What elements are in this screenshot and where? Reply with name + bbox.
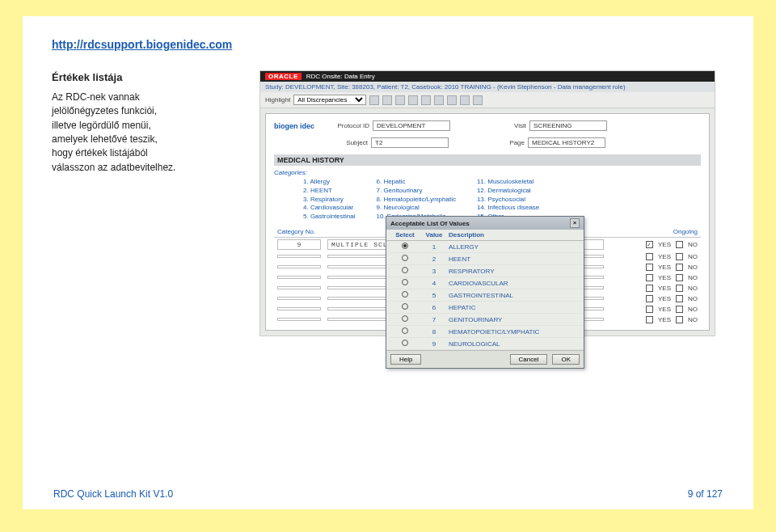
category-item: 13. Psychosocial	[477, 196, 539, 205]
select-radio[interactable]	[402, 267, 408, 273]
category-no-input[interactable]	[277, 255, 321, 258]
lov-description: HEPATIC	[449, 304, 580, 311]
side-line: jelölőnégyzetes funkciói,	[52, 104, 242, 118]
ongoing-no-checkbox[interactable]	[676, 241, 683, 248]
toolbar-icon[interactable]	[382, 95, 392, 105]
select-radio[interactable]	[402, 340, 408, 346]
category-no-input[interactable]: 9	[277, 239, 321, 250]
toolbar-icon[interactable]	[460, 95, 470, 105]
yes-label: YES	[658, 295, 671, 302]
oracle-logo: ORACLE	[265, 73, 302, 80]
no-label: NO	[688, 241, 698, 248]
toolbar-icon[interactable]	[434, 95, 444, 105]
category-no-input[interactable]	[277, 307, 321, 310]
cancel-button[interactable]: Cancel	[510, 354, 548, 365]
toolbar-row: Highlight All Discrepancies	[260, 92, 715, 108]
ongoing-yes-checkbox[interactable]	[646, 295, 653, 302]
lov-description: CARDIOVASCULAR	[449, 280, 580, 287]
category-item: 6. Hepatic	[376, 178, 455, 187]
ongoing-yes-checkbox[interactable]	[646, 264, 653, 271]
close-icon[interactable]: ×	[570, 218, 580, 228]
toolbar-icon[interactable]	[473, 95, 483, 105]
protocol-id-label: Protocol ID	[326, 122, 369, 129]
category-no-input[interactable]	[277, 276, 321, 279]
lov-value: 3	[423, 268, 445, 275]
lov-row[interactable]: 9NEUROLOGICAL	[386, 338, 584, 350]
toolbar-icon[interactable]	[447, 95, 457, 105]
category-no-input[interactable]	[277, 318, 321, 321]
category-no-input[interactable]	[277, 286, 321, 289]
subject-label: Subject	[324, 139, 368, 146]
select-radio[interactable]	[402, 291, 408, 298]
ongoing-yes-checkbox[interactable]	[646, 253, 653, 260]
select-radio[interactable]	[402, 315, 408, 322]
ongoing-no-checkbox[interactable]	[676, 295, 683, 302]
ongoing-yes-checkbox[interactable]	[646, 316, 653, 323]
category-item: 14. Infectious disease	[477, 204, 539, 213]
side-title: Értékek listája	[52, 70, 242, 86]
ongoing-no-checkbox[interactable]	[676, 306, 683, 313]
help-button[interactable]: Help	[390, 354, 421, 365]
lov-description: RESPIRATORY	[449, 268, 580, 275]
category-item: 8. Hematopoietic/Lymphatic	[376, 196, 455, 205]
footer-page-number: 9 of 127	[688, 488, 723, 500]
col-select: Select	[390, 231, 420, 239]
lov-value: 1	[423, 243, 445, 251]
ongoing-no-checkbox[interactable]	[676, 316, 683, 323]
category-no-input[interactable]	[277, 297, 321, 300]
highlight-label: Highlight	[265, 96, 290, 103]
lov-row[interactable]: 1ALLERGY	[386, 241, 584, 253]
lov-row[interactable]: 7GENITOURINARY	[386, 314, 584, 326]
header-url-link[interactable]: http://rdcsupport.biogenidec.com	[52, 38, 232, 51]
lov-row[interactable]: 3RESPIRATORY	[386, 265, 584, 277]
lov-row[interactable]: 5GASTROINTESTINAL	[386, 289, 584, 302]
category-item: 11. Musculoskeletal	[477, 178, 539, 187]
lov-description: ALLERGY	[449, 243, 580, 251]
ongoing-yes-checkbox[interactable]	[646, 285, 653, 292]
category-item: 12. Dermatological	[477, 187, 539, 196]
toolbar-icon[interactable]	[408, 95, 418, 105]
select-radio[interactable]	[402, 303, 408, 310]
yes-label: YES	[658, 264, 671, 271]
ongoing-yes-checkbox[interactable]	[646, 274, 653, 281]
category-no-input[interactable]	[277, 265, 321, 268]
category-item: 9. Neurological	[376, 204, 455, 213]
ongoing-no-checkbox[interactable]	[676, 264, 683, 271]
lov-row[interactable]: 8HEMATOPOIETIC/LYMPHATIC	[386, 326, 584, 338]
toolbar-icon[interactable]	[421, 95, 431, 105]
select-radio[interactable]	[402, 327, 408, 334]
visit-label: Visit	[483, 122, 526, 129]
lov-description: GENITOURINARY	[449, 316, 580, 323]
lov-row[interactable]: 2HEENT	[386, 253, 584, 265]
toolbar-icon[interactable]	[395, 95, 405, 105]
lov-description: HEMATOPOIETIC/LYMPHATIC	[449, 328, 580, 336]
no-label: NO	[688, 264, 698, 271]
dialog-header-row: Select Value Description	[386, 230, 584, 241]
ongoing-no-checkbox[interactable]	[676, 285, 683, 292]
select-radio[interactable]	[402, 279, 408, 285]
col-category-no: Category No.	[277, 228, 329, 235]
lov-row[interactable]: 4CARDIOVASCULAR	[386, 277, 584, 289]
ongoing-no-checkbox[interactable]	[676, 253, 683, 260]
highlight-select[interactable]: All Discrepancies	[293, 95, 366, 105]
footer-doc-title: RDC Quick Launch Kit V1.0	[53, 488, 173, 500]
ongoing-yes-checkbox[interactable]	[646, 306, 653, 313]
select-radio[interactable]	[402, 255, 408, 261]
select-radio[interactable]	[402, 243, 408, 249]
ok-button[interactable]: OK	[552, 354, 580, 365]
toolbar-icon[interactable]	[369, 95, 379, 105]
yes-label: YES	[658, 306, 671, 313]
no-label: NO	[688, 316, 698, 323]
dialog-title: Acceptable List Of Values	[390, 220, 470, 227]
page-label: Page	[481, 139, 525, 146]
side-line: válasszon az adatbevitelhez.	[52, 161, 242, 175]
ongoing-no-checkbox[interactable]	[676, 274, 683, 281]
no-label: NO	[688, 274, 698, 281]
lov-value: 2	[423, 255, 445, 263]
lov-value: 7	[423, 316, 445, 323]
oracle-title: RDC Onsite: Data Entry	[306, 73, 375, 80]
lov-row[interactable]: 6HEPATIC	[386, 302, 584, 314]
ongoing-yes-checkbox[interactable]	[646, 241, 653, 248]
no-label: NO	[688, 306, 698, 313]
side-line: amelyek lehetővé teszik,	[52, 133, 242, 146]
